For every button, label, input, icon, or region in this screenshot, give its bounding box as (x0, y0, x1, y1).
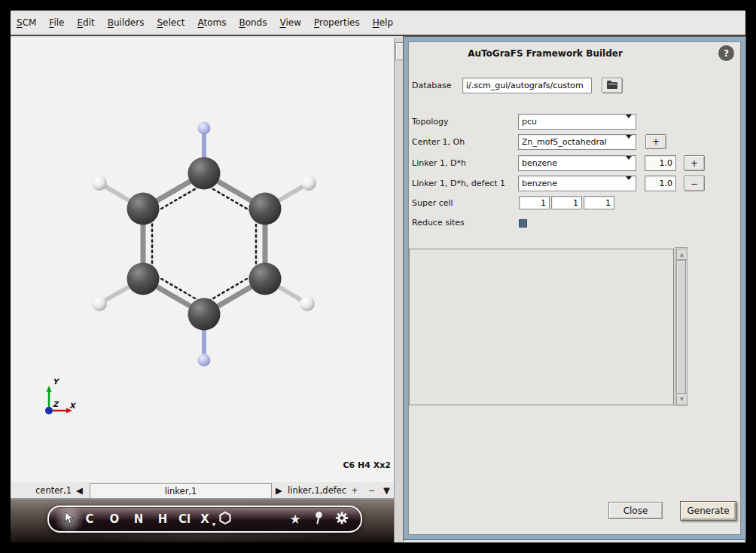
atom-X[interactable] (198, 122, 211, 135)
supercell-y-input[interactable] (551, 196, 582, 209)
menu-bonds[interactable]: Bonds (239, 17, 267, 28)
topology-combo[interactable]: pcu (518, 114, 636, 130)
formula-label: C6 H4 Xx2 (343, 460, 391, 470)
atom-H[interactable] (92, 176, 107, 191)
listbox-scrollbar[interactable]: ▲ ▼ (675, 247, 687, 406)
z-axis-label: Z (53, 400, 59, 408)
menu-help[interactable]: Help (373, 17, 393, 28)
add-linker-button[interactable]: + (684, 155, 705, 171)
element-toolbar: X ▼ ★ (47, 506, 362, 533)
atom-C[interactable] (249, 193, 282, 225)
add-tab-button[interactable]: + (351, 485, 358, 496)
help-icon[interactable]: ? (718, 45, 734, 61)
center1-combo[interactable]: Zn_mof5_octahedral (518, 134, 636, 150)
supercell-label: Super cell (412, 198, 453, 208)
ring-tool-icon[interactable] (218, 511, 233, 527)
star-tool-icon[interactable]: ★ (289, 513, 300, 526)
supercell-z-input[interactable] (584, 196, 614, 209)
y-axis-arrow (47, 386, 52, 392)
element-h-button[interactable]: H (158, 514, 168, 525)
element-n-button[interactable]: N (134, 514, 144, 525)
y-axis-label: Y (53, 377, 60, 386)
menu-properties[interactable]: Properties (314, 17, 360, 28)
element-c-button[interactable]: C (85, 514, 93, 525)
gear-icon[interactable] (336, 512, 349, 527)
dropdown-arrow-icon (626, 118, 633, 133)
database-label: Database (412, 81, 452, 90)
panel-title: AuToGraFS Framework Builder (404, 48, 745, 59)
atom-X[interactable] (198, 354, 211, 367)
scrollbar-up-icon[interactable]: ▲ (676, 249, 687, 260)
linker1-defect-amount-input[interactable] (645, 176, 676, 191)
pane-divider[interactable] (394, 38, 404, 542)
atom-H[interactable] (92, 296, 107, 311)
toolbar-strip: X ▼ ★ (11, 500, 394, 542)
menu-scm[interactable]: SCM (17, 17, 36, 28)
atom-H[interactable] (300, 296, 315, 311)
menubar: SCMFileEditBuildersSelectAtomsBondsViewP… (11, 11, 745, 36)
supercell-x-input[interactable] (519, 196, 550, 209)
remove-linker-button[interactable]: − (684, 176, 705, 191)
linker1-defect-label: Linker 1, D*h, defect 1 (412, 179, 505, 188)
element-x-button[interactable]: X (200, 514, 209, 525)
z-axis-dot (45, 407, 53, 414)
select-tool-icon[interactable] (64, 512, 75, 527)
reduce-sites-label: Reduce sites (412, 218, 465, 228)
molecule-viewport[interactable]: Y X Z C6 H4 Xx2 center,1 ◀ linker,1 ▶ li… (11, 38, 394, 542)
menu-view[interactable]: View (280, 17, 301, 28)
center1-label: Center 1, Oh (412, 137, 465, 147)
menu-file[interactable]: File (49, 17, 64, 28)
generate-button[interactable]: Generate (680, 501, 736, 521)
app-window: SCMFileEditBuildersSelectAtomsBondsViewP… (11, 11, 745, 542)
close-button[interactable]: Close (608, 502, 663, 519)
atom-C[interactable] (188, 157, 221, 190)
prev-tab-icon[interactable]: ◀ (76, 485, 83, 496)
menu-atoms[interactable]: Atoms (197, 17, 226, 28)
element-cl-button[interactable]: Cl (178, 514, 191, 525)
linker1-combo[interactable]: benzene (518, 155, 636, 171)
results-listbox[interactable] (409, 249, 674, 405)
folder-icon (607, 82, 617, 89)
menu-select[interactable]: Select (157, 17, 184, 28)
x-axis-label: X (69, 402, 77, 410)
atom-C[interactable] (127, 193, 160, 225)
linker1-label: Linker 1, D*h (412, 158, 466, 168)
tab-linker-1-defect[interactable]: linker,1,defec (288, 485, 346, 496)
pin-tool-icon[interactable] (314, 512, 324, 527)
molecule-canvas[interactable]: Y X Z (11, 38, 394, 482)
remove-tab-button[interactable]: − (368, 485, 376, 496)
menu-edit[interactable]: Edit (77, 17, 94, 28)
atom-H[interactable] (301, 176, 316, 191)
atom-C[interactable] (127, 263, 160, 295)
framework-builder-panel: AuToGraFS Framework Builder ? Database T… (404, 37, 745, 539)
reduce-sites-checkbox[interactable] (519, 219, 527, 228)
sash-handle[interactable] (395, 42, 404, 60)
fragment-tabbar: center,1 ◀ linker,1 ▶ linker,1,defec + −… (11, 482, 394, 500)
element-o-button[interactable]: O (110, 514, 120, 525)
scrollbar-down-icon[interactable]: ▼ (676, 393, 687, 405)
linker1-amount-input[interactable] (645, 155, 676, 171)
menu-builders[interactable]: Builders (108, 17, 145, 28)
dropdown-arrow-icon (626, 160, 633, 174)
dropdown-arrow-icon (626, 180, 633, 194)
scrollbar-thumb[interactable] (676, 260, 686, 394)
tab-menu-icon[interactable]: ▼ (383, 485, 390, 496)
linker1-defect-combo[interactable]: benzene (518, 176, 636, 191)
next-tab-icon[interactable]: ▶ (276, 485, 282, 496)
database-input[interactable] (462, 78, 592, 93)
tab-linker-1-active[interactable]: linker,1 (90, 483, 272, 499)
atom-C[interactable] (249, 263, 282, 295)
dropdown-arrow-icon (626, 139, 633, 153)
browse-database-button[interactable] (602, 78, 623, 93)
atom-C[interactable] (188, 298, 221, 331)
x-dropdown-icon[interactable]: ▼ (212, 521, 216, 527)
add-center-button[interactable]: + (645, 134, 666, 149)
tab-center-1[interactable]: center,1 (35, 485, 72, 496)
axis-triad: Y X Z (45, 377, 77, 414)
topology-label: Topology (412, 117, 449, 127)
